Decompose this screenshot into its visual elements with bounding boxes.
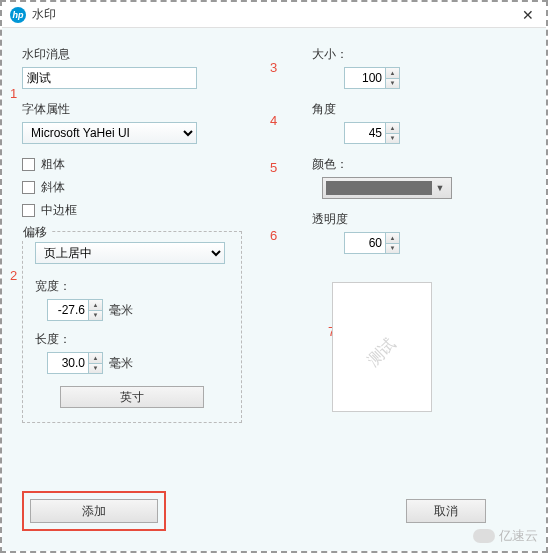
- annotation-4: 4: [270, 113, 277, 128]
- height-down-icon[interactable]: ▼: [89, 364, 102, 374]
- height-unit: 毫米: [109, 355, 133, 372]
- opacity-down-icon[interactable]: ▼: [386, 244, 399, 254]
- message-input[interactable]: [22, 67, 197, 89]
- button-row: 添加 取消: [22, 491, 526, 531]
- height-field: 长度： ▲ ▼ 毫米: [35, 331, 229, 374]
- width-input[interactable]: [48, 300, 88, 320]
- height-input[interactable]: [48, 353, 88, 373]
- bold-row: 粗体: [22, 156, 242, 173]
- opacity-label: 透明度: [312, 211, 492, 228]
- right-column: 大小： ▲ ▼ 角度 ▲ ▼: [312, 46, 492, 537]
- brand-text: 亿速云: [499, 527, 538, 545]
- message-field: 水印消息: [22, 46, 242, 89]
- opacity-field: 透明度 ▲ ▼: [312, 211, 492, 254]
- window-title: 水印: [32, 6, 518, 23]
- size-down-icon[interactable]: ▼: [386, 79, 399, 89]
- inch-button[interactable]: 英寸: [60, 386, 204, 408]
- message-label: 水印消息: [22, 46, 242, 63]
- cancel-button[interactable]: 取消: [406, 499, 486, 523]
- font-style-group: 粗体 斜体 中边框: [22, 156, 242, 219]
- add-button-highlight: 添加: [22, 491, 166, 531]
- annotation-5: 5: [270, 160, 277, 175]
- offset-legend: 偏移: [19, 224, 51, 241]
- font-select[interactable]: Microsoft YaHei UI: [22, 122, 197, 144]
- size-up-icon[interactable]: ▲: [386, 68, 399, 79]
- size-spinner[interactable]: ▲ ▼: [344, 67, 400, 89]
- opacity-input[interactable]: [345, 233, 385, 253]
- close-button[interactable]: ✕: [518, 5, 538, 25]
- color-picker[interactable]: ▼: [322, 177, 452, 199]
- width-label: 宽度：: [35, 278, 229, 295]
- font-label: 字体属性: [22, 101, 242, 118]
- size-input[interactable]: [345, 68, 385, 88]
- width-spinner[interactable]: ▲ ▼: [47, 299, 103, 321]
- height-up-icon[interactable]: ▲: [89, 353, 102, 364]
- angle-label: 角度: [312, 101, 492, 118]
- italic-row: 斜体: [22, 179, 242, 196]
- border-label: 中边框: [41, 202, 77, 219]
- brand-watermark: 亿速云: [473, 527, 538, 545]
- width-field: 宽度： ▲ ▼ 毫米: [35, 278, 229, 321]
- width-unit: 毫米: [109, 302, 133, 319]
- italic-checkbox[interactable]: [22, 181, 35, 194]
- color-label: 颜色：: [312, 156, 492, 173]
- opacity-up-icon[interactable]: ▲: [386, 233, 399, 244]
- italic-label: 斜体: [41, 179, 65, 196]
- font-field: 字体属性 Microsoft YaHei UI: [22, 101, 242, 144]
- offset-section: 偏移 页上居中 宽度： ▲ ▼ 毫米 长度：: [22, 231, 242, 423]
- left-column: 水印消息 字体属性 Microsoft YaHei UI 粗体 斜体 中边框: [22, 46, 242, 537]
- border-row: 中边框: [22, 202, 242, 219]
- height-label: 长度：: [35, 331, 229, 348]
- height-spinner[interactable]: ▲ ▼: [47, 352, 103, 374]
- preview-watermark: 测试: [363, 335, 400, 372]
- bold-checkbox[interactable]: [22, 158, 35, 171]
- width-up-icon[interactable]: ▲: [89, 300, 102, 311]
- width-down-icon[interactable]: ▼: [89, 311, 102, 321]
- hp-logo-icon: hp: [10, 7, 26, 23]
- border-checkbox[interactable]: [22, 204, 35, 217]
- preview-pane: 测试: [332, 282, 432, 412]
- chevron-down-icon: ▼: [432, 183, 448, 193]
- annotation-2: 2: [10, 268, 17, 283]
- opacity-spinner[interactable]: ▲ ▼: [344, 232, 400, 254]
- annotation-6: 6: [270, 228, 277, 243]
- angle-spinner[interactable]: ▲ ▼: [344, 122, 400, 144]
- angle-down-icon[interactable]: ▼: [386, 134, 399, 144]
- color-field: 颜色： ▼: [312, 156, 492, 199]
- add-button[interactable]: 添加: [30, 499, 158, 523]
- size-field: 大小： ▲ ▼: [312, 46, 492, 89]
- size-label: 大小：: [312, 46, 492, 63]
- annotation-1: 1: [10, 86, 17, 101]
- cloud-icon: [473, 529, 495, 543]
- titlebar: hp 水印 ✕: [2, 2, 546, 28]
- bold-label: 粗体: [41, 156, 65, 173]
- content-area: 1 2 3 4 5 6 7 水印消息 字体属性 Microsoft YaHei …: [2, 28, 546, 551]
- annotation-3: 3: [270, 60, 277, 75]
- angle-input[interactable]: [345, 123, 385, 143]
- angle-field: 角度 ▲ ▼: [312, 101, 492, 144]
- angle-up-icon[interactable]: ▲: [386, 123, 399, 134]
- position-select[interactable]: 页上居中: [35, 242, 225, 264]
- color-swatch-icon: [326, 181, 432, 195]
